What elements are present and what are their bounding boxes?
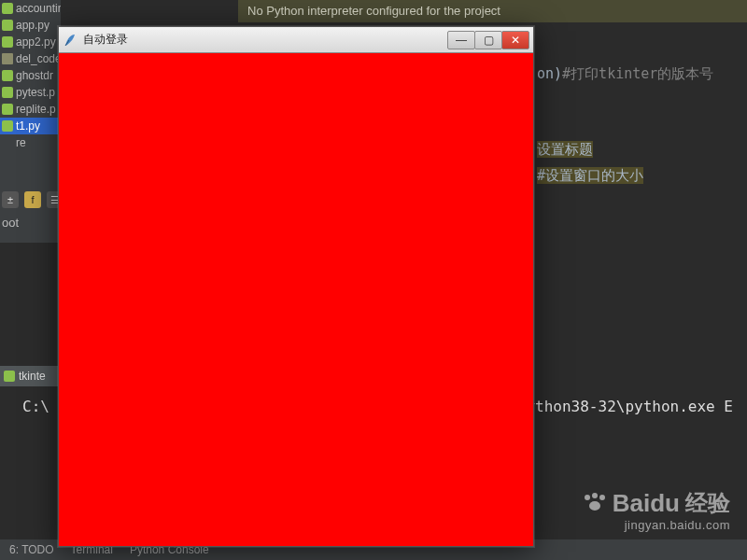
file-item-selected[interactable]: t1.py — [0, 118, 61, 134]
gutter-button[interactable]: ± — [2, 191, 19, 208]
interpreter-warning-text: No Python interpreter configured for the… — [247, 4, 500, 18]
file-label: re — [16, 136, 26, 149]
file-fragment: oot — [2, 214, 21, 231]
python-file-icon — [2, 3, 13, 14]
python-file-icon — [2, 120, 13, 132]
file-item[interactable]: app.py — [0, 17, 61, 34]
code-comment-highlight: 设置标题 — [537, 141, 593, 158]
file-item[interactable]: pytest.p — [0, 84, 61, 101]
gutter-button-f[interactable]: f — [24, 191, 41, 208]
minimize-button[interactable]: — — [447, 31, 475, 49]
window-title: 自动登录 — [83, 32, 448, 48]
file-label: ghostdr — [16, 69, 53, 82]
python-file-icon — [4, 371, 15, 382]
python-file-icon — [2, 104, 13, 115]
file-item[interactable]: del_code — [0, 50, 61, 67]
run-tab-bar[interactable]: tkinte — [0, 366, 65, 386]
python-file-icon — [2, 20, 13, 31]
interpreter-warning-bar[interactable]: No Python interpreter configured for the… — [238, 0, 747, 22]
folder-icon — [2, 53, 13, 64]
tk-feather-icon — [63, 33, 78, 48]
close-button[interactable]: ✕ — [501, 31, 529, 49]
code-comment-highlight: #设置窗口的大小 — [537, 167, 643, 184]
editor-code-fragment: on)#打印tkinter的版本号 设置标题 #设置窗口的大小 — [537, 61, 747, 189]
window-client-area — [59, 53, 533, 546]
run-tab-label: tkinte — [19, 370, 46, 383]
file-label: t1.py — [16, 119, 40, 133]
python-file-icon — [2, 70, 13, 81]
file-item[interactable]: accounting2.py — [0, 0, 61, 17]
file-label: pytest.p — [16, 86, 55, 99]
tkinter-window[interactable]: 自动登录 — ▢ ✕ — [58, 26, 534, 547]
file-item[interactable]: replite.p — [0, 101, 61, 118]
file-label: replite.p — [16, 103, 56, 116]
file-item[interactable]: app2.py — [0, 34, 61, 50]
run-tab[interactable]: tkinte — [4, 370, 46, 383]
code-comment: #打印tkinter的版本号 — [562, 65, 713, 82]
file-label: oot — [2, 216, 19, 230]
python-file-icon — [2, 87, 13, 98]
code-text: on) — [537, 65, 562, 82]
status-todo[interactable]: 6: TODO — [9, 543, 54, 556]
file-fragment: re — [0, 134, 61, 151]
python-file-icon — [2, 36, 13, 48]
file-label: accounting2.py — [16, 2, 61, 15]
maximize-button[interactable]: ▢ — [474, 31, 502, 49]
window-titlebar[interactable]: 自动登录 — ▢ ✕ — [59, 27, 533, 53]
file-label: app.py — [16, 19, 49, 32]
window-buttons: — ▢ ✕ — [448, 31, 529, 49]
file-label: del_code — [16, 52, 61, 65]
file-label: app2.py — [16, 35, 56, 49]
left-gutter: ± f ☰ oot — [0, 191, 61, 231]
file-item[interactable]: ghostdr — [0, 67, 61, 84]
